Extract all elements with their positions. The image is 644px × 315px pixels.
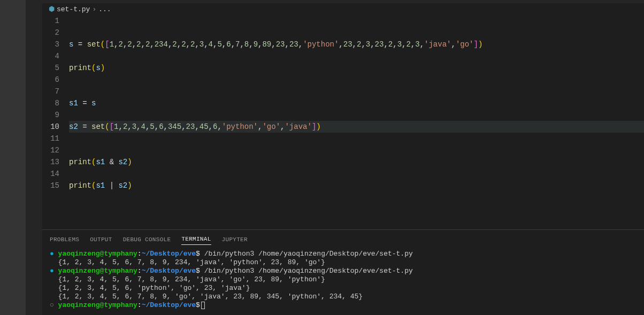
- side-panel[interactable]: [26, 0, 42, 315]
- code-line[interactable]: [69, 86, 644, 97]
- line-number-gutter: 123456789101112131415: [42, 15, 69, 229]
- panel-tab-output[interactable]: OUTPUT: [90, 234, 112, 245]
- line-number: 7: [42, 86, 59, 97]
- code-line[interactable]: [69, 74, 644, 86]
- line-number: 3: [42, 39, 59, 50]
- line-number: 13: [42, 156, 59, 168]
- terminal-line: ● yaoqinzeng@tymphany:~/Desktop/eve$ /bi…: [50, 267, 637, 275]
- terminal-cursor: [201, 302, 205, 309]
- breadcrumb-separator: ›: [92, 5, 96, 13]
- line-number: 14: [42, 168, 59, 180]
- terminal-line: ○ yaoqinzeng@tymphany:~/Desktop/eve$: [50, 301, 637, 310]
- terminal-line: {1, 2, 3, 4, 5, 6, 7, 8, 9, 'go', 'java'…: [50, 293, 637, 301]
- line-number: 11: [42, 133, 59, 144]
- python-file-icon: ⬢: [49, 5, 55, 13]
- panel-tabs: PROBLEMSOUTPUTDEBUG CONSOLETERMINALJUPYT…: [42, 230, 644, 249]
- line-number: 1: [42, 15, 59, 27]
- code-content[interactable]: s = set([1,2,2,2,2,234,2,2,2,3,4,5,6,7,8…: [69, 15, 644, 229]
- line-number: 10: [42, 121, 59, 133]
- terminal-line: {1, 2, 3, 4, 5, 6, 'python', 'go', 23, '…: [50, 284, 637, 293]
- code-line[interactable]: print(s): [69, 62, 644, 74]
- terminal-line: {1, 2, 3, 4, 5, 6, 7, 8, 9, 234, 'java',…: [50, 275, 637, 284]
- line-number: 2: [42, 27, 59, 39]
- code-line[interactable]: [69, 168, 644, 180]
- breadcrumb-trail: ...: [98, 5, 111, 13]
- code-line[interactable]: [69, 50, 644, 62]
- code-line[interactable]: s = set([1,2,2,2,2,234,2,2,2,3,4,5,6,7,8…: [69, 39, 644, 50]
- terminal-line: ● yaoqinzeng@tymphany:~/Desktop/eve$ /bi…: [50, 250, 637, 258]
- code-line[interactable]: [69, 15, 644, 27]
- panel-tab-jupyter[interactable]: JUPYTER: [222, 234, 248, 245]
- line-number: 12: [42, 144, 59, 156]
- code-line[interactable]: [69, 27, 644, 39]
- code-line[interactable]: s2 = set([1,2,3,4,5,6,345,23,45,6,'pytho…: [69, 121, 644, 133]
- line-number: 15: [42, 180, 59, 191]
- bottom-panel: PROBLEMSOUTPUTDEBUG CONSOLETERMINALJUPYT…: [42, 229, 644, 315]
- main-area: ⬢ set-t.py › ... 123456789101112131415 s…: [42, 0, 644, 315]
- line-number: 9: [42, 109, 59, 121]
- terminal-line: {1, 2, 3, 4, 5, 6, 7, 8, 9, 234, 'java',…: [50, 258, 637, 267]
- code-line[interactable]: [69, 133, 644, 144]
- line-number: 4: [42, 50, 59, 62]
- line-number: 8: [42, 97, 59, 109]
- breadcrumb[interactable]: ⬢ set-t.py › ...: [42, 3, 644, 15]
- code-line[interactable]: [69, 109, 644, 121]
- code-line[interactable]: s1 = s: [69, 97, 644, 109]
- panel-tab-debug-console[interactable]: DEBUG CONSOLE: [123, 234, 171, 245]
- code-line[interactable]: print(s1 & s2): [69, 156, 644, 168]
- breadcrumb-filename: set-t.py: [57, 5, 90, 13]
- line-number: 5: [42, 62, 59, 74]
- activity-bar[interactable]: [0, 0, 26, 315]
- code-line[interactable]: [69, 144, 644, 156]
- code-line[interactable]: print(s1 | s2): [69, 180, 644, 191]
- code-editor[interactable]: 123456789101112131415 s = set([1,2,2,2,2…: [42, 15, 644, 229]
- terminal-output[interactable]: ● yaoqinzeng@tymphany:~/Desktop/eve$ /bi…: [42, 249, 644, 315]
- panel-tab-terminal[interactable]: TERMINAL: [181, 234, 211, 245]
- panel-tab-problems[interactable]: PROBLEMS: [50, 234, 79, 245]
- line-number: 6: [42, 74, 59, 86]
